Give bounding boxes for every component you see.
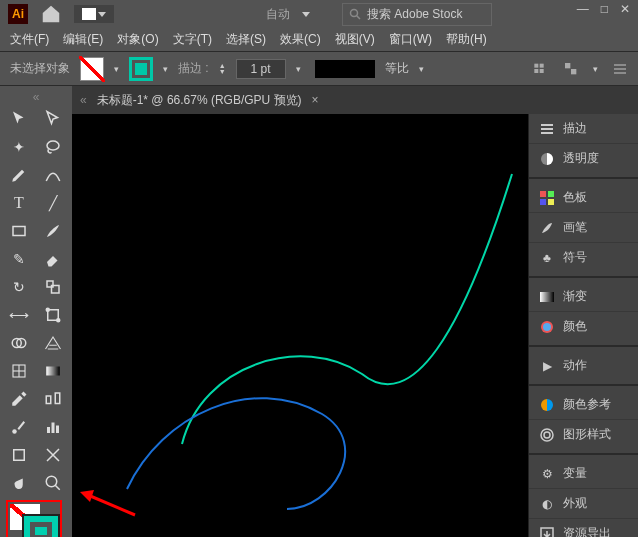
zoom-tool[interactable]	[40, 472, 66, 494]
svg-rect-7	[571, 69, 576, 74]
menu-object[interactable]: 对象(O)	[117, 31, 158, 48]
menu-effect[interactable]: 效果(C)	[280, 31, 321, 48]
selection-tool[interactable]	[6, 108, 32, 130]
svg-point-31	[46, 476, 57, 487]
annotation-arrow	[80, 490, 140, 520]
lasso-tool[interactable]	[40, 136, 66, 158]
panel-graphic-styles[interactable]: 图形样式	[529, 420, 638, 455]
rotate-tool[interactable]: ↻	[6, 276, 32, 298]
chevron-down-icon[interactable]: ▾	[114, 64, 119, 74]
document-tab[interactable]: 未标题-1* @ 66.67% (RGB/GPU 预览)	[97, 92, 302, 109]
workspace-switcher[interactable]	[74, 5, 114, 23]
menu-help[interactable]: 帮助(H)	[446, 31, 487, 48]
panel-swatches[interactable]: 色板	[529, 183, 638, 213]
transform-icon[interactable]	[563, 61, 579, 77]
panel-menu-icon[interactable]	[612, 61, 628, 77]
chevron-down-icon[interactable]: ▾	[419, 64, 424, 74]
panel-symbols[interactable]: ♣ 符号	[529, 243, 638, 278]
magic-wand-tool[interactable]: ✦	[6, 136, 32, 158]
menubar: 文件(F) 编辑(E) 对象(O) 文字(T) 选择(S) 效果(C) 视图(V…	[0, 28, 638, 52]
svg-rect-41	[548, 191, 554, 197]
workspace-icon	[82, 8, 96, 20]
minimize-button[interactable]: —	[577, 2, 589, 16]
eraser-tool[interactable]	[40, 248, 66, 270]
menu-view[interactable]: 视图(V)	[335, 31, 375, 48]
right-panel-dock: 描边 透明度 色板 画笔 ♣ 符号 渐变 颜色 ▶ 动作 颜色参考 图形样式 ⚙…	[528, 114, 638, 537]
width-tool[interactable]: ⟷	[6, 304, 32, 326]
fill-swatch[interactable]	[80, 57, 104, 81]
canvas[interactable]	[72, 114, 528, 537]
swatches-icon	[539, 190, 555, 206]
chevron-down-icon[interactable]	[302, 12, 310, 17]
panel-actions[interactable]: ▶ 动作	[529, 351, 638, 386]
artwork	[72, 114, 528, 537]
symbol-sprayer-tool[interactable]	[6, 416, 32, 438]
panel-appearance[interactable]: ◐ 外观	[529, 489, 638, 519]
controlbar-right: ▾	[533, 61, 628, 77]
expand-docs-icon[interactable]: «	[80, 93, 87, 107]
eyedropper-tool[interactable]	[6, 388, 32, 410]
scale-tool[interactable]	[40, 276, 66, 298]
menu-window[interactable]: 窗口(W)	[389, 31, 432, 48]
svg-rect-5	[540, 69, 544, 73]
fill-stroke-indicator[interactable]	[6, 500, 62, 537]
svg-rect-3	[540, 63, 544, 67]
line-tool[interactable]: ╱	[40, 192, 66, 214]
menu-edit[interactable]: 编辑(E)	[63, 31, 103, 48]
hand-tool[interactable]	[6, 472, 32, 494]
uniform-label: 等比	[385, 60, 409, 77]
curvature-tool[interactable]	[40, 164, 66, 186]
maximize-button[interactable]: □	[601, 2, 608, 16]
rectangle-tool[interactable]	[6, 220, 32, 242]
panel-gradient[interactable]: 渐变	[529, 282, 638, 312]
close-tab-button[interactable]: ×	[312, 93, 319, 107]
mesh-tool[interactable]	[6, 360, 32, 382]
home-button[interactable]	[40, 4, 62, 24]
align-icon[interactable]	[533, 61, 549, 77]
panel-color-guide[interactable]: 颜色参考	[529, 390, 638, 420]
app-logo: Ai	[8, 4, 28, 24]
menu-file[interactable]: 文件(F)	[10, 31, 49, 48]
chevron-down-icon[interactable]: ▾	[296, 64, 301, 74]
perspective-grid-tool[interactable]	[40, 332, 66, 354]
search-stock-field[interactable]: 搜索 Adobe Stock	[342, 3, 492, 26]
shape-builder-tool[interactable]	[6, 332, 32, 354]
column-graph-tool[interactable]	[40, 416, 66, 438]
pen-tool[interactable]	[6, 164, 32, 186]
brushes-icon	[539, 220, 555, 236]
menu-select[interactable]: 选择(S)	[226, 31, 266, 48]
type-tool[interactable]: T	[6, 192, 32, 214]
pencil-tool[interactable]: ✎	[6, 248, 32, 270]
svg-line-33	[88, 495, 135, 515]
menu-type[interactable]: 文字(T)	[173, 31, 212, 48]
direct-selection-tool[interactable]	[40, 108, 66, 130]
svg-rect-24	[46, 396, 51, 404]
free-transform-tool[interactable]	[40, 304, 66, 326]
panel-brushes[interactable]: 画笔	[529, 213, 638, 243]
panel-stroke[interactable]: 描边	[529, 114, 638, 144]
profile-preview[interactable]	[315, 60, 375, 78]
paintbrush-tool[interactable]	[40, 220, 66, 242]
chevron-down-icon[interactable]: ▾	[593, 64, 598, 74]
panel-variables[interactable]: ⚙ 变量	[529, 459, 638, 489]
svg-point-46	[543, 323, 551, 331]
svg-line-1	[357, 16, 361, 20]
stroke-weight-stepper[interactable]: ▲▼	[219, 63, 226, 75]
svg-rect-2	[534, 63, 538, 67]
collapse-tools-icon[interactable]: «	[6, 90, 66, 104]
svg-rect-40	[540, 191, 546, 197]
svg-rect-12	[13, 227, 25, 236]
svg-point-0	[351, 10, 358, 17]
close-button[interactable]: ✕	[620, 2, 630, 16]
stroke-color-box[interactable]	[24, 516, 58, 537]
panel-transparency[interactable]: 透明度	[529, 144, 638, 179]
stroke-swatch[interactable]	[129, 57, 153, 81]
slice-tool[interactable]	[40, 444, 66, 466]
panel-color[interactable]: 颜色	[529, 312, 638, 347]
artboard-tool[interactable]	[6, 444, 32, 466]
chevron-down-icon[interactable]: ▾	[163, 64, 168, 74]
gradient-tool[interactable]	[40, 360, 66, 382]
blend-tool[interactable]	[40, 388, 66, 410]
panel-asset-export[interactable]: 资源导出	[529, 519, 638, 537]
stroke-weight-field[interactable]: 1 pt	[236, 59, 286, 79]
